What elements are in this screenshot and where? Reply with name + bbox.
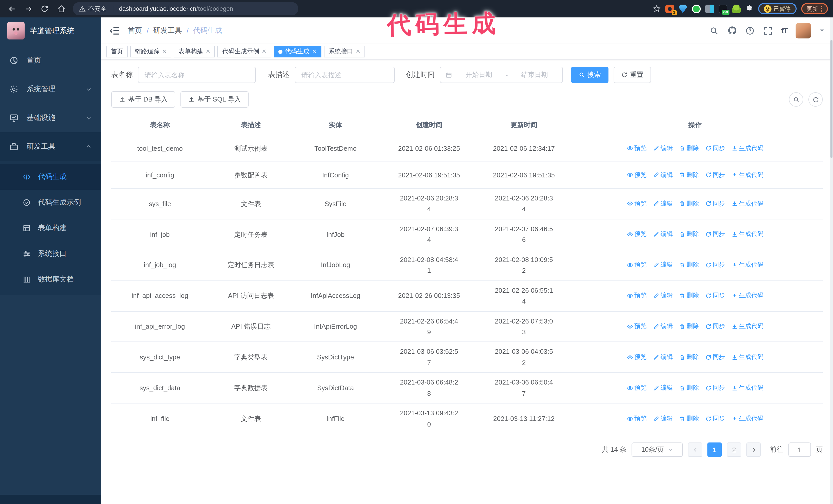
table-desc-input[interactable]	[295, 67, 395, 83]
extension-key-icon[interactable]	[732, 4, 740, 13]
generate-code-link[interactable]: 生成代码	[731, 383, 764, 393]
generate-code-link[interactable]: 生成代码	[731, 352, 764, 362]
sync-link[interactable]: 同步	[705, 170, 725, 180]
preview-link[interactable]: 预览	[627, 291, 647, 301]
generate-code-link[interactable]: 生成代码	[731, 321, 764, 332]
fullscreen-icon[interactable]	[763, 26, 773, 35]
table-name-input[interactable]	[138, 67, 256, 83]
sidebar-item-home[interactable]: 首页	[0, 46, 101, 75]
delete-link[interactable]: 删除	[679, 199, 699, 209]
delete-link[interactable]: 删除	[679, 230, 699, 240]
preview-link[interactable]: 预览	[627, 170, 647, 180]
preview-link[interactable]: 预览	[627, 413, 647, 424]
sidebar-item-infra[interactable]: 基础设施	[0, 103, 101, 132]
reset-button[interactable]: 重置	[614, 67, 651, 83]
sidebar-item-codegen-example[interactable]: 代码生成示例	[0, 190, 101, 215]
preview-link[interactable]: 预览	[627, 199, 647, 209]
sidebar-item-devtools[interactable]: 研发工具	[0, 132, 101, 161]
sync-link[interactable]: 同步	[705, 199, 725, 209]
delete-link[interactable]: 删除	[679, 413, 699, 424]
edit-link[interactable]: 编辑	[653, 383, 673, 393]
preview-link[interactable]: 预览	[627, 352, 647, 362]
app-logo[interactable]: 芋道管理系统	[0, 18, 101, 44]
sync-link[interactable]: 同步	[705, 413, 725, 424]
sync-link[interactable]: 同步	[705, 260, 725, 270]
delete-link[interactable]: 删除	[679, 143, 699, 153]
edit-link[interactable]: 编辑	[653, 170, 673, 180]
scrollbar-thumb[interactable]	[830, 40, 832, 158]
import-sql-button[interactable]: 基于 SQL 导入	[181, 91, 249, 108]
help-icon[interactable]	[745, 26, 755, 35]
edit-link[interactable]: 编辑	[653, 413, 673, 424]
goto-page-input[interactable]	[788, 442, 811, 457]
preview-link[interactable]: 预览	[627, 143, 647, 153]
edit-link[interactable]: 编辑	[653, 260, 673, 270]
generate-code-link[interactable]: 生成代码	[731, 291, 764, 301]
extension-gem-icon[interactable]	[679, 4, 687, 13]
toggle-search-button[interactable]	[789, 92, 803, 106]
refresh-table-button[interactable]	[808, 92, 823, 106]
search-icon[interactable]	[710, 26, 719, 35]
sidebar-fold-icon[interactable]	[109, 25, 120, 36]
sidebar-item-system[interactable]: 系统管理	[0, 75, 101, 103]
generate-code-link[interactable]: 生成代码	[731, 143, 764, 153]
close-icon[interactable]: ✕	[262, 48, 266, 55]
sidebar-item-system-api[interactable]: 系统接口	[0, 241, 101, 267]
tab-system-api[interactable]: 系统接口✕	[324, 46, 365, 57]
tab-tracing[interactable]: 链路追踪✕	[130, 46, 171, 57]
breadcrumb-home[interactable]: 首页	[128, 26, 142, 35]
next-page-button[interactable]	[746, 442, 761, 457]
delete-link[interactable]: 删除	[679, 321, 699, 332]
tab-codegen-example[interactable]: 代码生成示例✕	[218, 46, 271, 57]
sync-link[interactable]: 同步	[705, 143, 725, 153]
github-icon[interactable]	[728, 26, 737, 35]
delete-link[interactable]: 删除	[679, 383, 699, 393]
sync-link[interactable]: 同步	[705, 383, 725, 393]
back-icon[interactable]	[5, 2, 19, 16]
sidebar-item-codegen[interactable]: 代码生成	[0, 164, 101, 190]
sidebar-item-db-doc[interactable]: 数据库文档	[0, 267, 101, 292]
tab-home[interactable]: 首页	[106, 46, 128, 57]
sync-link[interactable]: 同步	[705, 352, 725, 362]
sync-link[interactable]: 同步	[705, 230, 725, 240]
generate-code-link[interactable]: 生成代码	[731, 260, 764, 270]
delete-link[interactable]: 删除	[679, 291, 699, 301]
close-icon[interactable]: ✕	[356, 48, 360, 55]
profile-paused-badge[interactable]: 已暂停	[758, 3, 796, 14]
tab-form-builder[interactable]: 表单构建✕	[174, 46, 215, 57]
address-bar[interactable]: 不安全 | dashboard.yudao.iocoder.cn/tool/co…	[73, 2, 298, 16]
import-db-button[interactable]: 基于 DB 导入	[111, 91, 175, 108]
edit-link[interactable]: 编辑	[653, 143, 673, 153]
update-button[interactable]: 更新	[801, 3, 828, 14]
delete-link[interactable]: 删除	[679, 170, 699, 180]
sync-link[interactable]: 同步	[705, 291, 725, 301]
reload-icon[interactable]	[38, 2, 51, 16]
edit-link[interactable]: 编辑	[653, 321, 673, 332]
avatar[interactable]	[795, 23, 811, 38]
extensions-puzzle-icon[interactable]	[745, 5, 753, 13]
tab-codegen[interactable]: 代码生成✕	[273, 46, 321, 57]
edit-link[interactable]: 编辑	[653, 352, 673, 362]
close-icon[interactable]: ✕	[312, 48, 316, 55]
forward-icon[interactable]	[22, 2, 35, 16]
breadcrumb-parent[interactable]: 研发工具	[153, 26, 182, 35]
browser-menu-icon[interactable]	[821, 6, 822, 12]
prev-page-button[interactable]	[688, 442, 702, 457]
preview-link[interactable]: 预览	[627, 383, 647, 393]
generate-code-link[interactable]: 生成代码	[731, 170, 764, 180]
close-icon[interactable]: ✕	[162, 48, 167, 55]
edit-link[interactable]: 编辑	[653, 230, 673, 240]
generate-code-link[interactable]: 生成代码	[731, 413, 764, 424]
generate-code-link[interactable]: 生成代码	[731, 230, 764, 240]
extension-grid-icon[interactable]	[705, 4, 714, 13]
sidebar-item-form-builder[interactable]: 表单构建	[0, 215, 101, 241]
avatar-caret-down-icon[interactable]	[819, 28, 825, 33]
page-button-1[interactable]: 1	[708, 442, 722, 457]
font-size-icon[interactable]: tT	[781, 26, 787, 35]
extension-dark-icon[interactable]: on	[718, 4, 727, 13]
bookmark-star-icon[interactable]	[652, 5, 661, 13]
preview-link[interactable]: 预览	[627, 321, 647, 332]
extension-orange-icon[interactable]: 1	[665, 4, 674, 13]
generate-code-link[interactable]: 生成代码	[731, 199, 764, 209]
date-range-picker[interactable]: 开始日期 - 结束日期	[440, 67, 563, 83]
